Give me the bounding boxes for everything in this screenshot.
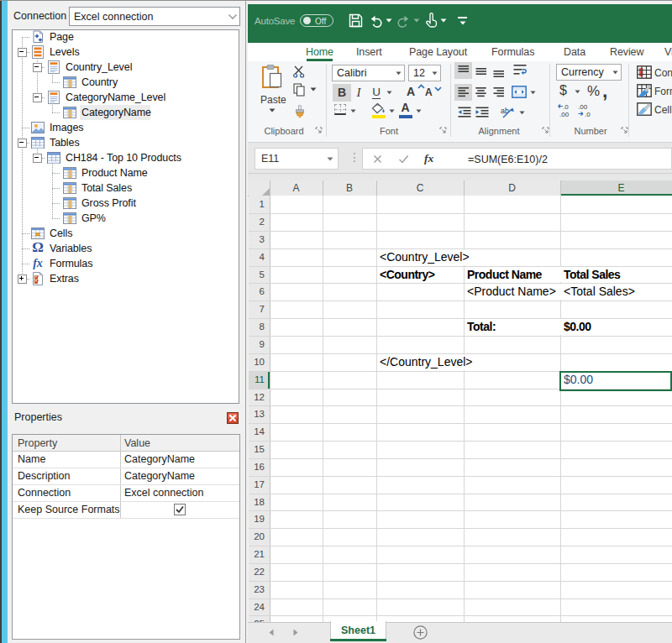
svg-text:.00: .00 [578,103,588,111]
svg-text:.00: .00 [559,111,570,118]
svg-text:.0: .0 [563,103,569,111]
svg-text:.0: .0 [585,111,591,118]
